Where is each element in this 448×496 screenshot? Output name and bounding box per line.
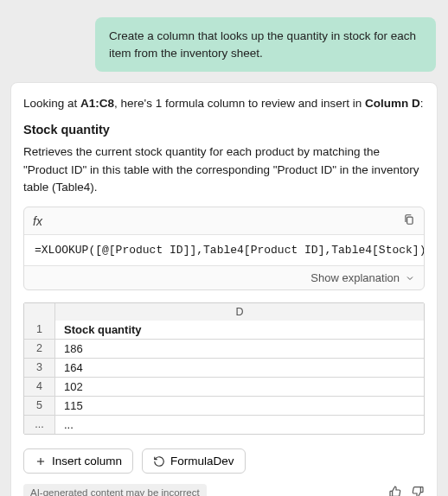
rerun-icon	[153, 455, 165, 467]
preview-column-header-row: D	[24, 303, 424, 321]
table-row: 4102	[24, 377, 424, 396]
user-prompt-bubble: Create a column that looks up the quanti…	[95, 17, 436, 72]
chevron-down-icon	[405, 273, 415, 283]
row-number: 1	[24, 321, 55, 339]
thumbs-up-icon[interactable]	[388, 485, 402, 496]
corner-cell	[24, 303, 55, 321]
table-row: ......	[24, 415, 424, 434]
intro-target: Column D	[365, 97, 420, 110]
intro-suffix: :	[420, 97, 424, 110]
insert-column-button[interactable]: Insert column	[23, 448, 133, 474]
formula-block: fx =XLOOKUP([@[Product ID]],Table4[Produ…	[23, 207, 425, 290]
row-number: 5	[24, 397, 55, 415]
formula-dev-label: FormulaDev	[170, 455, 234, 467]
row-number: 2	[24, 340, 55, 358]
preview-grid: D 1Stock quantity2186316441025115......	[23, 302, 425, 435]
feedback-controls	[388, 485, 425, 496]
table-row: 3164	[24, 358, 424, 377]
row-number: 3	[24, 359, 55, 377]
action-buttons: Insert column FormulaDev	[23, 448, 425, 474]
intro-prefix: Looking at	[23, 97, 80, 110]
ai-disclaimer: AI-generated content may be incorrect	[23, 484, 207, 496]
insert-column-label: Insert column	[52, 455, 122, 467]
formula-description: Retrieves the current stock quantity for…	[23, 143, 425, 196]
cell-value: 186	[55, 340, 424, 358]
section-title: Stock quantity	[23, 123, 425, 137]
plus-icon	[35, 455, 47, 467]
cell-value: 115	[55, 397, 424, 415]
copy-icon[interactable]	[403, 213, 415, 229]
row-number: 4	[24, 378, 55, 396]
assistant-response-card: Looking at A1:C8, here's 1 formula colum…	[10, 82, 438, 496]
fx-label: fx	[33, 214, 42, 228]
column-letter: D	[55, 303, 424, 321]
cell-value: ...	[55, 416, 424, 434]
cell-value: 164	[55, 359, 424, 377]
table-row: 1Stock quantity	[24, 321, 424, 339]
intro-range: A1:C8	[80, 97, 114, 110]
response-footer: AI-generated content may be incorrect	[23, 484, 425, 496]
show-explanation-toggle[interactable]: Show explanation	[24, 265, 424, 289]
intro-text: Looking at A1:C8, here's 1 formula colum…	[23, 95, 425, 112]
row-number: ...	[24, 416, 55, 434]
formula-header: fx	[24, 207, 424, 235]
table-row: 2186	[24, 339, 424, 358]
user-prompt-text: Create a column that looks up the quanti…	[109, 29, 416, 60]
cell-value: Stock quantity	[55, 321, 424, 339]
svg-rect-0	[407, 217, 413, 224]
formula-dev-button[interactable]: FormulaDev	[142, 448, 246, 474]
table-row: 5115	[24, 396, 424, 415]
cell-value: 102	[55, 378, 424, 396]
thumbs-down-icon[interactable]	[411, 485, 425, 496]
show-explanation-label: Show explanation	[310, 271, 400, 284]
formula-text[interactable]: =XLOOKUP([@[Product ID]],Table4[Product …	[24, 235, 424, 265]
intro-mid: , here's 1 formula column to review and …	[114, 97, 365, 110]
